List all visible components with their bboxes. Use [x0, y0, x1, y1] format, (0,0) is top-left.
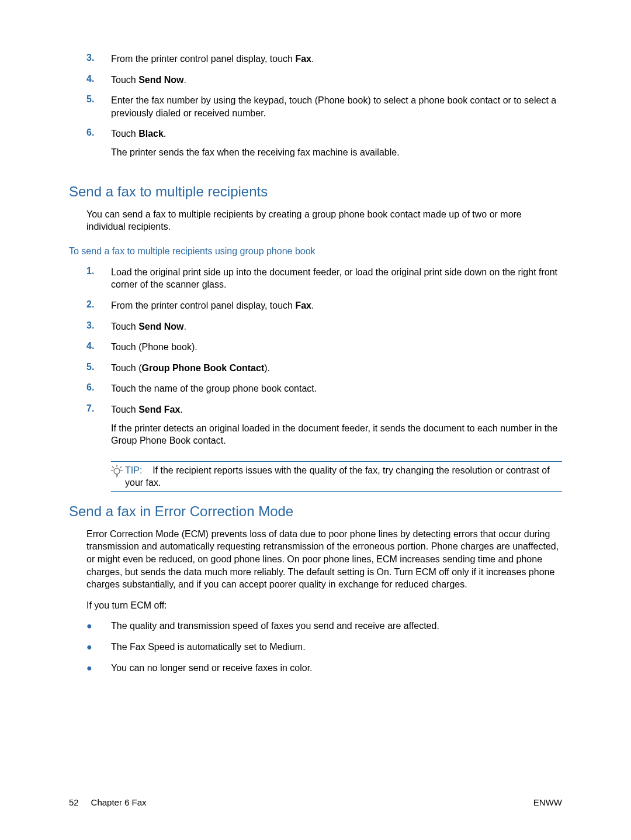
list-text: From the printer control panel display, …: [111, 299, 314, 312]
list-number: 1.: [86, 266, 111, 291]
step-followup-text: The printer sends the fax when the recei…: [111, 146, 400, 159]
list-item: 6. Touch the name of the group phone boo…: [86, 382, 562, 395]
footer-right: ENWW: [533, 797, 562, 807]
footer-left: 52 Chapter 6 Fax: [69, 797, 147, 807]
chapter-label: Chapter 6 Fax: [91, 797, 147, 807]
list-number: 5.: [86, 362, 111, 375]
bullet-item: ● You can no longer send or receive faxe…: [86, 662, 562, 675]
list-item: 6. Touch Black. The printer sends the fa…: [86, 127, 562, 167]
list-item: 4. Touch (Phone book).: [86, 341, 562, 354]
bullet-text: The Fax Speed is automatically set to Me…: [111, 641, 306, 654]
list-item: 5. Touch (Group Phone Book Contact).: [86, 362, 562, 375]
list-text: Enter the fax number by using the keypad…: [111, 94, 562, 119]
list-text: Touch Black. The printer sends the fax w…: [111, 127, 400, 167]
document-page: 3. From the printer control panel displa…: [0, 0, 631, 840]
list-number: 4.: [86, 341, 111, 354]
bullet-item: ● The quality and transmission speed of …: [86, 620, 562, 632]
page-number: 52: [69, 797, 79, 807]
section-paragraph: If you turn ECM off:: [86, 599, 562, 612]
section-heading: Send a fax to multiple recipients: [69, 184, 562, 200]
list-item: 5. Enter the fax number by using the key…: [86, 94, 562, 119]
ordered-list-continued: 3. From the printer control panel displa…: [86, 53, 562, 167]
list-number: 6.: [86, 382, 111, 395]
step-followup-text: If the printer detects an original loade…: [111, 422, 562, 447]
list-text: Touch Send Now.: [111, 320, 186, 333]
list-number: 5.: [86, 94, 111, 119]
tip-label: TIP:: [125, 465, 142, 475]
section-paragraph: Error Correction Mode (ECM) prevents los…: [86, 528, 562, 591]
list-text: Touch Send Now.: [111, 74, 186, 87]
svg-point-5: [114, 468, 120, 474]
list-number: 3.: [86, 53, 111, 65]
section-intro: You can send a fax to multiple recipient…: [86, 208, 562, 233]
list-item: 2. From the printer control panel displa…: [86, 299, 562, 312]
list-text: Touch (Phone book).: [111, 341, 197, 354]
list-item: 1. Load the original print side up into …: [86, 266, 562, 291]
list-item: 7. Touch Send Fax. If the printer detect…: [86, 403, 562, 455]
list-number: 2.: [86, 299, 111, 312]
svg-line-1: [112, 466, 114, 468]
list-item: 3. From the printer control panel displa…: [86, 53, 562, 65]
page-footer: 52 Chapter 6 Fax ENWW: [69, 797, 562, 807]
ordered-list: 1. Load the original print side up into …: [86, 266, 562, 492]
bullet-dot-icon: ●: [86, 641, 111, 654]
section-heading: Send a fax in Error Correction Mode: [69, 503, 562, 520]
tip-icon: [111, 464, 125, 489]
section-subheading: To send a fax to multiple recipients usi…: [69, 246, 562, 257]
tip-text: TIP: If the recipient reports issues wit…: [125, 464, 562, 489]
list-text: Touch the name of the group phone book c…: [111, 382, 317, 395]
bullet-dot-icon: ●: [86, 662, 111, 675]
bullet-item: ● The Fax Speed is automatically set to …: [86, 641, 562, 654]
list-number: 7.: [86, 403, 111, 455]
tip-callout: TIP: If the recipient reports issues wit…: [111, 461, 562, 492]
list-number: 6.: [86, 127, 111, 167]
list-text: From the printer control panel display, …: [111, 53, 314, 65]
list-item: 3. Touch Send Now.: [86, 320, 562, 333]
svg-line-2: [120, 466, 122, 468]
list-number: 4.: [86, 74, 111, 87]
bullet-dot-icon: ●: [86, 620, 111, 632]
list-number: 3.: [86, 320, 111, 333]
list-text: Load the original print side up into the…: [111, 266, 562, 291]
list-text: Touch (Group Phone Book Contact).: [111, 362, 270, 375]
list-text: Touch Send Fax. If the printer detects a…: [111, 403, 562, 455]
list-item: 4. Touch Send Now.: [86, 74, 562, 87]
bullet-text: You can no longer send or receive faxes …: [111, 662, 313, 675]
bullet-text: The quality and transmission speed of fa…: [111, 620, 439, 632]
